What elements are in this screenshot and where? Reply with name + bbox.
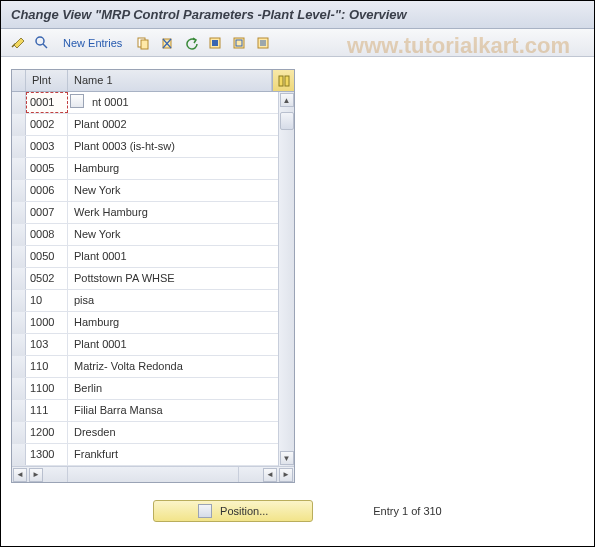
cell-name[interactable]: pisa [68, 290, 278, 311]
row-selector[interactable] [12, 378, 26, 399]
row-selector[interactable] [12, 246, 26, 267]
position-icon [198, 504, 212, 518]
cell-plnt[interactable]: 0050 [26, 246, 68, 267]
toggle-display-icon[interactable] [9, 34, 27, 52]
other-view-icon[interactable] [33, 34, 51, 52]
row-selector[interactable] [12, 114, 26, 135]
table-row[interactable]: 0502Pottstown PA WHSE [12, 268, 278, 290]
undo-icon[interactable] [182, 34, 200, 52]
cell-plnt[interactable]: 0006 [26, 180, 68, 201]
row-selector[interactable] [12, 224, 26, 245]
cell-plnt[interactable]: 0502 [26, 268, 68, 289]
entry-counter: Entry 1 of 310 [373, 505, 442, 517]
table-row[interactable]: 0050Plant 0001 [12, 246, 278, 268]
row-selector[interactable] [12, 444, 26, 465]
cell-plnt[interactable]: 111 [26, 400, 68, 421]
row-selector[interactable] [12, 268, 26, 289]
cell-plnt[interactable]: 1300 [26, 444, 68, 465]
cell-name[interactable]: New York [68, 224, 278, 245]
cell-plnt[interactable]: 1000 [26, 312, 68, 333]
row-selector[interactable] [12, 312, 26, 333]
vertical-scrollbar[interactable]: ▲ ▼ [278, 92, 294, 466]
toolbar: New Entries [1, 29, 594, 57]
page-title: Change View "MRP Control Parameters -Pla… [1, 1, 594, 29]
delete-icon[interactable] [158, 34, 176, 52]
row-selector[interactable] [12, 92, 26, 113]
row-selector[interactable] [12, 158, 26, 179]
cell-name[interactable]: Dresden [68, 422, 278, 443]
cell-plnt[interactable]: 1100 [26, 378, 68, 399]
table-row[interactable]: 0005Hamburg [12, 158, 278, 180]
table-row[interactable]: 1000Hamburg [12, 312, 278, 334]
cell-name[interactable]: Plant 0003 (is-ht-sw) [68, 136, 278, 157]
new-entries-button[interactable]: New Entries [57, 37, 128, 49]
table-row[interactable]: 10pisa [12, 290, 278, 312]
table-row[interactable]: 110Matriz- Volta Redonda [12, 356, 278, 378]
scroll-down-icon[interactable]: ▼ [280, 451, 294, 465]
row-selector[interactable] [12, 290, 26, 311]
svg-rect-5 [212, 40, 218, 46]
cell-name[interactable]: Berlin [68, 378, 278, 399]
cell-name[interactable]: Matriz- Volta Redonda [68, 356, 278, 377]
row-selector[interactable] [12, 400, 26, 421]
row-selector[interactable] [12, 180, 26, 201]
table-row[interactable]: 0002Plant 0002 [12, 114, 278, 136]
table-row[interactable]: 1100Berlin [12, 378, 278, 400]
table-row[interactable]: 0006New York [12, 180, 278, 202]
cell-plnt[interactable]: 110 [26, 356, 68, 377]
configure-columns-icon[interactable] [272, 70, 294, 91]
cell-plnt[interactable]: 1200 [26, 422, 68, 443]
copy-icon[interactable] [134, 34, 152, 52]
cell-plnt[interactable]: 0007 [26, 202, 68, 223]
print-icon[interactable] [254, 34, 272, 52]
scroll-thumb[interactable] [280, 112, 294, 130]
cell-name[interactable]: nt 0001 [68, 92, 278, 113]
row-selector[interactable] [12, 422, 26, 443]
cell-plnt[interactable]: 10 [26, 290, 68, 311]
table-row[interactable]: 0003Plant 0003 (is-ht-sw) [12, 136, 278, 158]
cell-plnt[interactable]: 0002 [26, 114, 68, 135]
cell-name[interactable]: Filial Barra Mansa [68, 400, 278, 421]
table-row[interactable]: 1200Dresden [12, 422, 278, 444]
cell-name[interactable]: Plant 0002 [68, 114, 278, 135]
col-name[interactable]: Name 1 [68, 70, 272, 91]
cell-name[interactable]: Werk Hamburg [68, 202, 278, 223]
cell-name[interactable]: Pottstown PA WHSE [68, 268, 278, 289]
value-help-icon[interactable] [70, 94, 84, 108]
row-selector[interactable] [12, 356, 26, 377]
table-row[interactable]: 103Plant 0001 [12, 334, 278, 356]
cell-plnt[interactable]: 0008 [26, 224, 68, 245]
table-header: Plnt Name 1 [12, 70, 294, 92]
horizontal-scrollbar[interactable]: ◄ ► ◄ ► [12, 466, 294, 482]
cell-plnt[interactable]: 0001 [26, 92, 68, 113]
position-button[interactable]: Position... [153, 500, 313, 522]
cell-plnt[interactable]: 0005 [26, 158, 68, 179]
table-row[interactable]: 111Filial Barra Mansa [12, 400, 278, 422]
table-row[interactable]: 0008New York [12, 224, 278, 246]
cell-plnt[interactable]: 103 [26, 334, 68, 355]
row-selector[interactable] [12, 136, 26, 157]
scroll-up-icon[interactable]: ▲ [280, 93, 294, 107]
cell-name[interactable]: New York [68, 180, 278, 201]
cell-plnt[interactable]: 0003 [26, 136, 68, 157]
row-selector[interactable] [12, 334, 26, 355]
scroll-right-icon-2[interactable]: ► [279, 468, 293, 482]
cell-name[interactable]: Plant 0001 [68, 246, 278, 267]
table-row[interactable]: 1300Frankfurt [12, 444, 278, 466]
scroll-right-icon[interactable]: ► [29, 468, 43, 482]
svg-rect-10 [285, 76, 289, 86]
cell-name[interactable]: Frankfurt [68, 444, 278, 465]
scroll-left-icon[interactable]: ◄ [13, 468, 27, 482]
cell-name[interactable]: Plant 0001 [68, 334, 278, 355]
table-row[interactable]: 0007Werk Hamburg [12, 202, 278, 224]
deselect-all-icon[interactable] [230, 34, 248, 52]
select-all-icon[interactable] [206, 34, 224, 52]
scroll-left-icon-2[interactable]: ◄ [263, 468, 277, 482]
cell-name[interactable]: Hamburg [68, 158, 278, 179]
col-plnt[interactable]: Plnt [26, 70, 68, 91]
col-selector[interactable] [12, 70, 26, 91]
cell-name[interactable]: Hamburg [68, 312, 278, 333]
row-selector[interactable] [12, 202, 26, 223]
table-row[interactable]: 0001nt 0001 [12, 92, 278, 114]
position-label: Position... [220, 505, 268, 517]
